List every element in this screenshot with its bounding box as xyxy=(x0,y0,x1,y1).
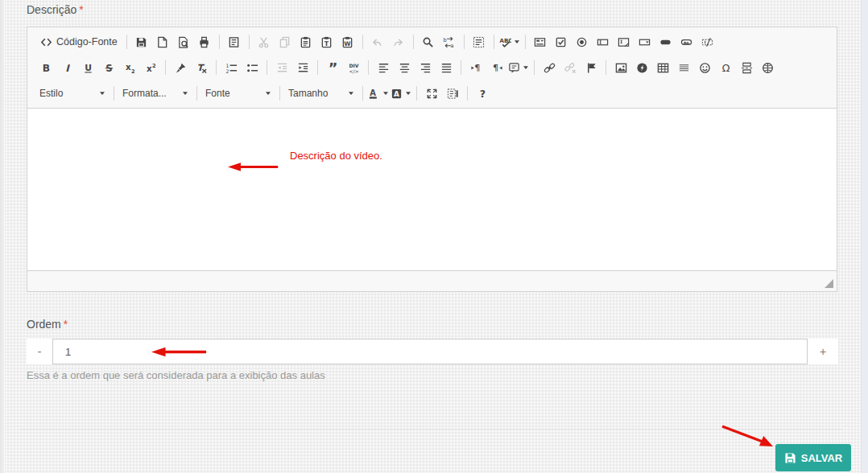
textarea-button[interactable] xyxy=(614,32,634,51)
bg-color-button[interactable]: A xyxy=(391,84,411,103)
bidi-rtl-button[interactable]: ¶ xyxy=(487,58,506,77)
find-button[interactable] xyxy=(419,32,438,51)
image-button-button[interactable] xyxy=(677,32,696,51)
preview-button[interactable] xyxy=(174,32,193,51)
copy-formatting-button[interactable] xyxy=(171,58,190,77)
undo-button[interactable] xyxy=(368,32,387,51)
smiley-button[interactable] xyxy=(695,58,714,77)
svg-text:¶: ¶ xyxy=(493,63,498,73)
size-combo[interactable]: Tamanho xyxy=(285,84,358,103)
superscript-button[interactable]: x2 xyxy=(141,58,160,77)
paste-icon xyxy=(300,36,312,48)
checkbox-button[interactable] xyxy=(552,32,571,51)
strikethrough-button[interactable]: S xyxy=(99,58,118,77)
save-button[interactable] xyxy=(132,32,151,51)
align-left-button[interactable] xyxy=(374,58,393,77)
maximize-button[interactable] xyxy=(422,84,441,103)
toolbar-separator xyxy=(606,60,606,75)
combo-caret-icon xyxy=(348,90,354,97)
paste-text-icon: T xyxy=(320,36,333,48)
hidden-field-icon xyxy=(701,36,713,48)
decrement-button[interactable]: - xyxy=(27,339,52,364)
order-spinner: - + xyxy=(27,339,838,364)
toolbar-separator xyxy=(249,35,250,49)
text-color-button[interactable]: A xyxy=(368,84,389,103)
font-combo[interactable]: Fonte xyxy=(202,84,275,103)
unlink-button[interactable] xyxy=(560,58,580,77)
select-field-button[interactable] xyxy=(635,32,655,51)
form-button[interactable] xyxy=(531,32,550,51)
svg-text:x: x xyxy=(146,63,151,72)
new-page-icon xyxy=(156,36,168,48)
replace-button[interactable]: ba xyxy=(440,32,459,51)
paste-text-button[interactable]: T xyxy=(317,32,337,51)
save-floppy-icon xyxy=(784,452,796,464)
increment-button[interactable]: + xyxy=(808,339,838,364)
show-blocks-button[interactable] xyxy=(443,84,462,103)
find-icon xyxy=(422,36,434,48)
text-field-button[interactable] xyxy=(593,32,613,51)
resize-handle-icon[interactable] xyxy=(825,279,833,288)
anchor-button[interactable] xyxy=(581,58,601,77)
hidden-field-button[interactable] xyxy=(698,32,717,51)
justify-button[interactable] xyxy=(436,58,456,77)
subscript-button[interactable]: x2 xyxy=(120,58,139,77)
radio-button[interactable] xyxy=(572,32,592,51)
order-label: Ordem* xyxy=(27,318,68,331)
page-break-icon xyxy=(741,62,753,74)
style-combo[interactable]: Estilo xyxy=(36,84,109,103)
select-all-button[interactable] xyxy=(469,32,489,51)
undo-icon xyxy=(371,36,383,48)
new-page-button[interactable] xyxy=(153,32,172,51)
remove-format-button[interactable]: T xyxy=(192,58,211,77)
underline-icon: U xyxy=(82,62,94,74)
bidi-ltr-button[interactable]: ¶ xyxy=(466,58,486,77)
justify-icon xyxy=(440,62,453,74)
blockquote-button[interactable]: ” xyxy=(323,58,342,77)
redo-button[interactable] xyxy=(389,32,408,51)
flash-button[interactable] xyxy=(632,58,651,77)
horizontal-rule-button[interactable] xyxy=(674,58,693,77)
editor-content-area[interactable] xyxy=(27,109,837,270)
numbered-list-button[interactable]: 12 xyxy=(221,58,241,77)
editor-annotation-text: Descrição do vídeo. xyxy=(290,150,382,162)
cut-button[interactable] xyxy=(254,32,274,51)
button-field-button[interactable] xyxy=(656,32,676,51)
language-button[interactable] xyxy=(508,58,529,77)
format-combo[interactable]: Formata... xyxy=(119,84,192,103)
bold-icon: B xyxy=(40,62,52,74)
svg-text:ABC: ABC xyxy=(499,36,511,43)
indent-button[interactable] xyxy=(293,58,312,77)
align-center-button[interactable] xyxy=(395,58,414,77)
print-button[interactable] xyxy=(195,32,214,51)
paste-button[interactable] xyxy=(296,32,316,51)
italic-icon: I xyxy=(61,62,73,74)
div-container-button[interactable]: DIV</> xyxy=(344,58,363,77)
source-button[interactable]: Código-Fonte xyxy=(36,32,122,51)
spell-check-button[interactable]: ABC xyxy=(499,32,520,51)
save-button-label: SALVAR xyxy=(801,452,843,464)
align-center-icon xyxy=(399,62,411,74)
about-button[interactable]: ? xyxy=(473,84,492,103)
save-button[interactable]: SALVAR xyxy=(775,444,851,471)
image-icon xyxy=(615,62,627,74)
bold-button[interactable]: B xyxy=(36,58,56,77)
copy-button[interactable] xyxy=(275,32,295,51)
page-break-button[interactable] xyxy=(737,58,756,77)
editor-toolbar: Código-FonteTWbaABCBIUSx2x2T12”DIV</>¶¶Ω… xyxy=(27,27,837,109)
templates-button[interactable] xyxy=(225,32,244,51)
spell-check-icon: ABC xyxy=(499,36,511,48)
align-right-button[interactable] xyxy=(415,58,435,77)
svg-text:DIV: DIV xyxy=(349,62,358,68)
special-char-button[interactable]: Ω xyxy=(716,58,735,77)
outdent-button[interactable] xyxy=(272,58,291,77)
paste-word-button[interactable]: W xyxy=(338,32,358,51)
link-button[interactable] xyxy=(539,58,559,77)
iframe-button[interactable] xyxy=(758,58,777,77)
svg-text:x: x xyxy=(125,62,130,72)
italic-button[interactable]: I xyxy=(57,58,76,77)
table-button[interactable] xyxy=(653,58,672,77)
image-button[interactable] xyxy=(611,58,630,77)
underline-button[interactable]: U xyxy=(78,58,97,77)
bulleted-list-button[interactable] xyxy=(242,58,262,77)
